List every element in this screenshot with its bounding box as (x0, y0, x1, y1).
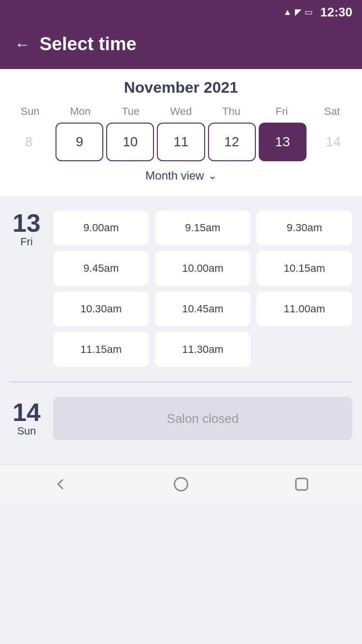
time-slot-915am[interactable]: 9.15am (155, 210, 251, 245)
day-header-tue: Tue (106, 105, 156, 118)
time-slot-1030am[interactable]: 10.30am (53, 292, 149, 326)
day-13-number: 13 (13, 210, 41, 236)
date-10[interactable]: 10 (106, 123, 154, 161)
battery-icon: ▭ (305, 7, 313, 17)
time-slot-1045am[interactable]: 10.45am (155, 292, 251, 326)
day-13-label: 13 Fri (10, 210, 43, 367)
svg-rect-1 (296, 478, 307, 490)
time-slot-900am[interactable]: 9.00am (53, 210, 149, 245)
nav-home-icon (172, 476, 190, 493)
app-header: ← Select time (0, 24, 362, 69)
date-12[interactable]: 12 (208, 123, 256, 161)
calendar-section: November 2021 Sun Mon Tue Wed Thu Fri Sa… (0, 69, 362, 196)
month-view-toggle[interactable]: Month view ⌄ (0, 161, 362, 186)
day-headers: Sun Mon Tue Wed Thu Fri Sat (0, 105, 362, 118)
day-header-sun: Sun (5, 105, 55, 118)
day-13-time-grid: 9.00am 9.15am 9.30am 9.45am 10.00am 10.1… (53, 210, 352, 367)
day-14-name: Sun (17, 425, 36, 437)
date-14[interactable]: 14 (309, 123, 357, 161)
date-9[interactable]: 9 (56, 123, 103, 161)
salon-closed-label: Salon closed (167, 411, 239, 426)
chevron-down-icon: ⌄ (208, 169, 217, 182)
time-slot-945am[interactable]: 9.45am (53, 251, 149, 286)
date-8[interactable]: 8 (5, 123, 53, 161)
time-slot-1100am[interactable]: 11.00am (256, 292, 352, 326)
page-title: Select time (40, 34, 137, 55)
day-header-thu: Thu (206, 105, 256, 118)
back-icon: ← (14, 36, 30, 53)
time-slots-section: 13 Fri 9.00am 9.15am 9.30am 9.45am 10.00… (0, 196, 362, 455)
salon-closed-box: Salon closed (53, 397, 352, 440)
day-14-number: 14 (13, 400, 41, 425)
status-time: 12:30 (320, 5, 353, 20)
signal-icon: ◤ (295, 7, 302, 17)
bottom-nav (0, 464, 362, 503)
date-row: 8 9 10 11 12 13 14 (0, 123, 362, 161)
time-slot-1115am[interactable]: 11.15am (53, 332, 149, 367)
svg-point-0 (175, 477, 188, 490)
date-13[interactable]: 13 (259, 123, 306, 161)
nav-recent-button[interactable] (293, 476, 310, 493)
time-slot-1130am[interactable]: 11.30am (155, 332, 251, 367)
day-header-mon: Mon (55, 105, 105, 118)
day-header-fri: Fri (256, 105, 306, 118)
nav-back-button[interactable] (52, 476, 69, 493)
wifi-icon: ▲ (283, 7, 292, 17)
day-13-block: 13 Fri 9.00am 9.15am 9.30am 9.45am 10.00… (10, 210, 352, 367)
month-view-label: Month view (145, 169, 204, 182)
divider (10, 381, 352, 382)
month-year-label: November 2021 (0, 79, 362, 97)
nav-recent-icon (293, 476, 310, 493)
day-header-wed: Wed (156, 105, 206, 118)
time-slot-1015am[interactable]: 10.15am (256, 251, 352, 286)
nav-home-button[interactable] (172, 476, 190, 493)
time-slot-930am[interactable]: 9.30am (256, 210, 352, 245)
day-header-sat: Sat (307, 105, 357, 118)
day-14-label: 14 Sun (10, 400, 43, 437)
date-11[interactable]: 11 (157, 123, 205, 161)
status-icons: ▲ ◤ ▭ (283, 7, 313, 17)
day-14-block: 14 Sun Salon closed (10, 397, 352, 440)
nav-back-icon (52, 476, 69, 493)
time-slot-1000am[interactable]: 10.00am (155, 251, 251, 286)
day-13-name: Fri (20, 236, 33, 248)
back-button[interactable]: ← (14, 37, 30, 52)
status-bar: ▲ ◤ ▭ 12:30 (0, 0, 362, 24)
